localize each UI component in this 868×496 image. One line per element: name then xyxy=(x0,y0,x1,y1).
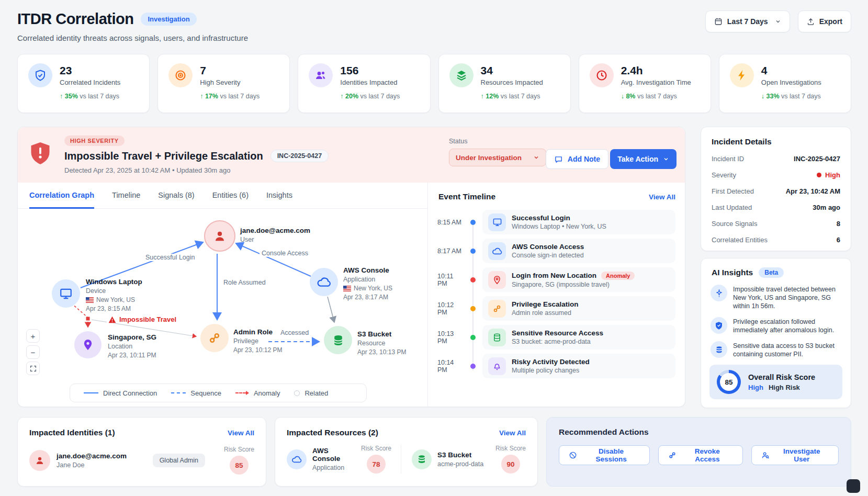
stat-change: ↑ 20% vs last 7 days xyxy=(340,93,420,100)
graph-node-application[interactable] xyxy=(310,268,338,296)
fullscreen-button[interactable] xyxy=(26,362,40,375)
identities-view-all-link[interactable]: View All xyxy=(228,429,254,437)
incident-details-panel: Incident Details Incident IDINC-2025-042… xyxy=(701,127,851,251)
severity-dot-icon xyxy=(817,173,821,177)
export-button[interactable]: Export xyxy=(798,10,851,32)
tab-timeline[interactable]: Timeline xyxy=(112,183,140,209)
stat-label: Avg. Investigation Time xyxy=(621,78,691,86)
recommended-actions-panel: Recommended Actions Disable Sessions Rev… xyxy=(546,417,851,487)
ai-insight: Sensitive data access to S3 bucket conta… xyxy=(709,341,842,358)
identity-email: jane.doe@acme.com xyxy=(57,452,153,460)
stat-change: ↓ 8% vs last 7 days xyxy=(621,93,701,100)
resource-row[interactable]: AWS Console Application Risk Score 78 xyxy=(287,445,401,474)
edge-label-accessed: Accessed xyxy=(278,329,311,336)
impacted-identities-panel: Impacted Identities (1) View All jane.do… xyxy=(17,417,266,487)
cloud-icon xyxy=(287,449,307,469)
detail-row: First DetectedApr 23, 10:42 AM xyxy=(712,187,840,195)
link-icon xyxy=(668,451,677,459)
detail-row: Last Updated30m ago xyxy=(712,204,840,211)
chat-icon xyxy=(554,155,563,164)
tab-correlation-graph[interactable]: Correlation Graph xyxy=(29,183,94,209)
timeline-title: Event Timeline xyxy=(438,192,495,201)
event-card[interactable]: Privilege EscalationAdmin role assumed xyxy=(482,296,675,321)
resource-name: AWS Console xyxy=(312,447,355,463)
event-card[interactable]: Login from New LocationAnomalySingapore,… xyxy=(482,267,675,292)
anomaly-badge: Anomaly xyxy=(601,272,635,280)
event-card[interactable]: Sensitive Resource AccessS3 bucket: acme… xyxy=(482,325,675,350)
beta-badge: Beta xyxy=(759,267,784,278)
event-card[interactable]: Successful LoginWindows Laptop • New Yor… xyxy=(482,210,675,234)
event-dot xyxy=(470,335,476,340)
timeline-view-all-link[interactable]: View All xyxy=(649,193,675,201)
warning-triangle-icon xyxy=(108,316,116,323)
chevron-down-icon xyxy=(663,156,669,162)
zoom-in-button[interactable]: + xyxy=(26,329,40,343)
ai-insights-title: AI Insights xyxy=(712,268,753,277)
stat-value: 2.4h xyxy=(621,64,691,77)
graph-label-resource: S3 Bucket Resource Apr 23, 10:13 PM xyxy=(357,330,406,356)
ai-insight: Privilege escalation followed immediatel… xyxy=(709,317,842,334)
resource-row[interactable]: S3 Bucket acme-prod-data Risk Score 90 xyxy=(401,445,526,474)
tab-signals[interactable]: Signals (8) xyxy=(158,183,194,209)
graph-node-location[interactable] xyxy=(74,331,102,358)
graph-label-location: Singapore, SG Location Apr 23, 10:11 PM xyxy=(108,333,156,359)
severity-badge: HIGH SEVERITY xyxy=(64,136,125,146)
tab-entities[interactable]: Entities (6) xyxy=(212,183,249,209)
resources-view-all-link[interactable]: View All xyxy=(499,429,526,437)
graph-label-device: Windows Laptop Device New York, US Apr 2… xyxy=(86,278,142,313)
top-bar: ITDR Correlation Investigation Correlate… xyxy=(17,10,851,42)
graph-node-user[interactable] xyxy=(204,220,235,252)
event-dot xyxy=(470,249,476,254)
stat-change: ↑ 17% vs last 7 days xyxy=(200,93,280,100)
edge-label-role-assumed: Role Assumed xyxy=(221,279,268,286)
action-label: Revoke Access xyxy=(682,447,733,463)
event-dot xyxy=(470,277,476,283)
resource-name: S3 Bucket xyxy=(437,451,490,459)
sequence-line-icon xyxy=(171,392,186,393)
investigate-user-button[interactable]: Investigate User xyxy=(751,445,839,465)
detail-row: SeverityHigh xyxy=(712,171,840,179)
graph-node-resource[interactable] xyxy=(324,326,352,354)
shield-check-icon xyxy=(28,63,52,87)
status-dropdown[interactable]: Under Investigation xyxy=(449,149,546,166)
event-time: 10:13 PM xyxy=(428,330,464,345)
layers-icon xyxy=(449,63,474,87)
stat-label: High Severity xyxy=(200,78,240,86)
risk-title: Overall Risk Score xyxy=(748,373,815,381)
impacted-resources-panel: Impacted Resources (2) View All AWS Cons… xyxy=(275,417,538,487)
event-time: 10:12 PM xyxy=(428,301,464,316)
graph-label-privilege: Admin Role Privilege Apr 23, 10:12 PM xyxy=(233,328,282,354)
edge-label-console-access: Console Access xyxy=(260,250,310,257)
event-card[interactable]: Risky Activity DetectedMultiple policy c… xyxy=(482,354,675,378)
graph-node-privilege[interactable] xyxy=(200,324,229,352)
user-search-icon xyxy=(761,451,770,459)
avatar xyxy=(29,450,50,471)
stat-avg-investigation-time: 2.4h Avg. Investigation Time ↓ 8% vs las… xyxy=(579,54,711,113)
target-icon xyxy=(168,63,193,87)
event-card[interactable]: AWS Console AccessConsole sign-in detect… xyxy=(482,239,675,263)
tab-insights[interactable]: Insights xyxy=(266,183,292,209)
detail-row: Correlated Entities6 xyxy=(712,236,840,244)
add-note-button[interactable]: Add Note xyxy=(546,149,608,169)
action-label: Disable Sessions xyxy=(582,447,640,463)
stat-value: 7 xyxy=(200,64,240,77)
event-timeline-panel: Event Timeline View All 8:15 AM Successf… xyxy=(427,183,685,407)
anomaly-line-icon xyxy=(235,391,249,395)
correlation-graph: jane.doe@acme.com User Windows Laptop De… xyxy=(18,209,427,407)
zoom-out-button[interactable]: − xyxy=(26,345,40,359)
add-note-label: Add Note xyxy=(568,155,600,163)
take-action-label: Take Action xyxy=(617,155,658,163)
identity-row[interactable]: jane.doe@acme.com Jane Doe Global Admin … xyxy=(29,446,254,475)
graph-legend: Direct Connection Sequence Anomaly Relat… xyxy=(70,384,367,402)
revoke-access-button[interactable]: Revoke Access xyxy=(658,445,743,465)
timeline-event: 10:12 PM Privilege EscalationAdmin role … xyxy=(428,296,675,321)
date-range-button[interactable]: Last 7 Days xyxy=(705,10,790,32)
chat-widget-button[interactable] xyxy=(847,479,860,493)
tab-bar: Correlation Graph Timeline Signals (8) E… xyxy=(18,183,427,209)
graph-node-device[interactable] xyxy=(52,279,80,308)
stat-value: 156 xyxy=(340,64,397,77)
disable-sessions-button[interactable]: Disable Sessions xyxy=(559,445,650,465)
stat-correlated-incidents: 23 Correlated Incidents ↑ 35% vs last 7 … xyxy=(17,54,150,113)
timeline-event: 10:13 PM Sensitive Resource AccessS3 buc… xyxy=(428,325,675,350)
take-action-button[interactable]: Take Action xyxy=(610,149,677,169)
